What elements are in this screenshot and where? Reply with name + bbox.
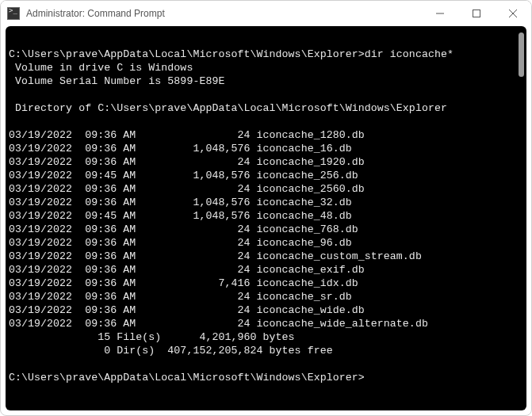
- window-frame: Administrator: Command Prompt C:\Users\p…: [0, 0, 532, 416]
- minimize-icon: [436, 10, 444, 17]
- titlebar[interactable]: Administrator: Command Prompt: [1, 1, 531, 26]
- minimize-button[interactable]: [422, 1, 458, 26]
- console-output: C:\Users\prave\AppData\Local\Microsoft\W…: [6, 26, 526, 392]
- window-controls: [422, 1, 531, 26]
- scrollbar-thumb[interactable]: [519, 32, 524, 77]
- terminal-area[interactable]: C:\Users\prave\AppData\Local\Microsoft\W…: [6, 26, 526, 410]
- close-icon: [509, 10, 517, 17]
- close-button[interactable]: [495, 1, 531, 26]
- svg-rect-0: [473, 10, 480, 17]
- maximize-button[interactable]: [458, 1, 495, 26]
- app-icon: [7, 7, 20, 20]
- window-title: Administrator: Command Prompt: [26, 8, 422, 19]
- maximize-icon: [473, 10, 480, 17]
